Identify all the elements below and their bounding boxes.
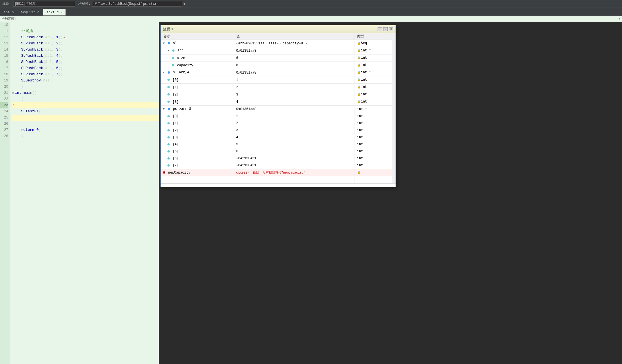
row-value-arr: 0x01351aa8 xyxy=(234,47,355,54)
row-value-ps-0: 1 xyxy=(234,113,355,120)
code-line-19: SLDestroy(&sl); xyxy=(12,78,159,84)
row-name-sl-arr4-3: [3] xyxy=(161,98,234,106)
row-name-newcapacity: newCapacity xyxy=(161,169,234,176)
stack-label: 堆栈帧: xyxy=(78,1,90,6)
row-value-ps-7: -842150451 xyxy=(234,162,355,169)
line-num-12: 12 xyxy=(0,34,8,40)
line-num-22: 22 xyxy=(0,96,8,102)
row-value-size: 6 xyxy=(234,54,355,62)
table-row[interactable]: [4] 5 int xyxy=(161,141,396,148)
row-name-ps-6: [6] xyxy=(161,155,234,162)
table-row[interactable]: [1] 2 🔒int xyxy=(161,84,396,91)
row-value-ps-4: 5 xyxy=(234,141,355,148)
row-name-sl-arr4: ▼ sl.arr,4 xyxy=(161,69,234,76)
table-row[interactable]: capacity 8 🔒int xyxy=(161,62,396,69)
row-type-sl: 🔒Seq xyxy=(355,40,396,47)
empty-name xyxy=(161,176,234,183)
table-row[interactable]: [1] 2 int xyxy=(161,120,396,127)
code-line-23: ➤ xyxy=(12,102,159,108)
row-value-ps-1: 2 xyxy=(234,120,355,127)
row-type-arr: 🔒int * xyxy=(355,47,396,54)
table-row[interactable]: ▼ sl.arr,4 0x01351aa8 🔒int * xyxy=(161,69,396,76)
watch-scrollbar[interactable] xyxy=(392,33,396,183)
table-row[interactable]: ▼ sl {arr=0x01351aa8 size=6 capacity=8 }… xyxy=(161,40,396,47)
code-line-18: SLPushBack(&sl, 7); xyxy=(12,71,159,78)
line-num-21: 21 xyxy=(0,90,8,96)
code-line-22: { xyxy=(12,96,159,102)
table-row[interactable]: [3] 4 int xyxy=(161,134,396,141)
stack-dropdown-icon[interactable]: ▼ xyxy=(183,2,185,6)
row-name-sl-arr4-0: [0] xyxy=(161,76,234,84)
stack-input[interactable] xyxy=(92,1,182,7)
row-value-newcapacity: CXX0017: 错误: 没有找到符号"newCapacity" xyxy=(234,169,355,176)
row-type-sl-arr4: 🔒int * xyxy=(355,69,396,76)
table-row[interactable]: newCapacity CXX0017: 错误: 没有找到符号"newCapac… xyxy=(161,169,396,176)
row-name-ps-2: [2] xyxy=(161,127,234,134)
code-line-13: SLPushBack(&sl, 2); xyxy=(12,40,159,47)
table-row[interactable]: [0] 1 int xyxy=(161,113,396,120)
code-line-16: SLPushBack(&sl, 5); xyxy=(12,59,159,65)
row-value-sl: {arr=0x01351aa8 size=6 capacity=8 } xyxy=(234,40,355,47)
table-row[interactable]: [5] 6 int xyxy=(161,148,396,155)
row-value-ps-5: 6 xyxy=(234,148,355,155)
empty-value xyxy=(234,176,355,183)
watch-title: 监视 1 xyxy=(163,27,173,32)
row-name-sl-arr4-1: [1] xyxy=(161,84,234,91)
col-header-name: 名称 xyxy=(161,33,234,40)
row-type-ps-arr8: int * xyxy=(355,106,396,113)
watch-maximize-button[interactable]: □ xyxy=(383,27,388,31)
row-type-sl-arr4-1: 🔒int xyxy=(355,84,396,91)
line-num-19: 19 xyxy=(0,78,8,84)
code-line-26 xyxy=(12,121,159,127)
tab-seqlist-c[interactable]: SeqList.c xyxy=(17,9,43,15)
table-row[interactable]: [0] 1 🔒int xyxy=(161,76,396,84)
row-name-ps-arr8: ▼ ps->arr,8 xyxy=(161,106,234,113)
table-row[interactable]: [2] 3 🔒int xyxy=(161,91,396,98)
code-line-25 xyxy=(12,115,159,121)
tab-text-c[interactable]: text.c ✕ xyxy=(43,9,66,15)
row-type-sl-arr4-0: 🔒int xyxy=(355,76,396,84)
line-num-15: 15 xyxy=(0,53,8,59)
line-num-17: 17 xyxy=(0,65,8,71)
thread-input[interactable] xyxy=(13,1,75,7)
col-header-type: 类型 xyxy=(355,33,396,40)
line-num-28: 28 xyxy=(0,133,8,139)
col-header-value: 值 xyxy=(234,33,355,40)
line-num-20: 20 xyxy=(0,84,8,90)
row-name-sl-arr4-2: [2] xyxy=(161,91,234,98)
line-num-26: 26 xyxy=(0,121,8,127)
tabs-row: ist.h SeqList.c text.c ✕ xyxy=(0,8,622,16)
row-type-ps-5: int xyxy=(355,148,396,155)
watch-window: 监视 1 – □ ✕ 名称 值 类型 xyxy=(160,25,396,187)
code-editor: 10 11 12 13 14 15 16 17 18 19 20 21 22 2… xyxy=(0,22,159,364)
row-name-ps-5: [5] xyxy=(161,148,234,155)
watch-minimize-button[interactable]: – xyxy=(378,27,382,31)
code-line-12: SLPushBack(&sl, 1); ● xyxy=(12,34,159,40)
close-tab-icon[interactable]: ✕ xyxy=(60,11,62,14)
table-row[interactable]: [2] 3 int xyxy=(161,127,396,134)
table-row[interactable]: [6] -842150451 int xyxy=(161,155,396,162)
row-name-ps-4: [4] xyxy=(161,141,234,148)
line-num-10: 10 xyxy=(0,22,8,28)
row-type-sl-arr4-2: 🔒int xyxy=(355,91,396,98)
tab-ist-h[interactable]: ist.h xyxy=(0,9,17,15)
row-name-ps-7: [7] xyxy=(161,162,234,169)
line-num-27: 27 xyxy=(0,127,8,133)
row-type-size: 🔒int xyxy=(355,54,396,62)
table-row[interactable]: size 6 🔒int xyxy=(161,54,396,62)
watch-close-button[interactable]: ✕ xyxy=(389,27,393,31)
row-type-newcapacity: 🔒 xyxy=(355,169,396,176)
table-row[interactable]: [3] 4 🔒int xyxy=(161,98,396,106)
table-row[interactable]: ▼ arr 0x01351aa8 🔒int * xyxy=(161,47,396,54)
table-row[interactable]: [7] -842150451 int xyxy=(161,162,396,169)
code-line-21: ▭int main() xyxy=(12,90,159,96)
row-name-arr: ▼ arr xyxy=(161,47,234,54)
line-num-24: 24 xyxy=(0,108,8,115)
code-line-20: } xyxy=(12,84,159,90)
table-row[interactable]: ▼ ps->arr,8 0x01351aa8 int * xyxy=(161,106,396,113)
breadcrumb-arrow[interactable]: ▼ xyxy=(618,17,620,21)
code-content[interactable]: //尾插 SLPushBack(&sl, 1); ● SLPushBack(&s… xyxy=(10,22,159,364)
row-name-ps-1: [1] xyxy=(161,120,234,127)
row-value-capacity: 8 xyxy=(234,62,355,69)
line-num-23: 23 xyxy=(0,102,8,108)
